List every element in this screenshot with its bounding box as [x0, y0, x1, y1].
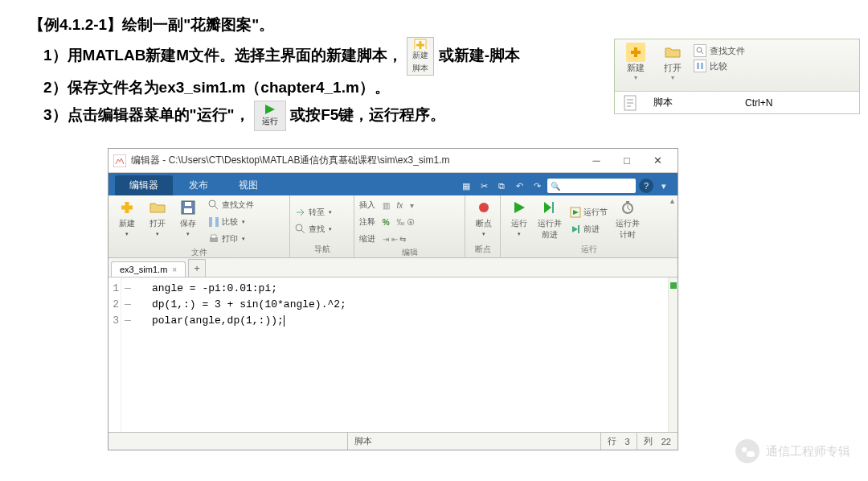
rb-print[interactable]: 打印▾	[208, 231, 254, 247]
step-3a-text: 3）点击编辑器菜单的"运行"，	[43, 106, 250, 123]
rb-runadv-label: 运行并 前进	[538, 218, 562, 240]
ribbon-collapse-icon[interactable]: ▲	[669, 197, 676, 205]
tt-undo-icon[interactable]: ↶	[512, 179, 526, 193]
new-tab-button[interactable]: +	[188, 259, 206, 277]
tab-editor[interactable]: 编辑器	[115, 175, 173, 195]
rb-advance[interactable]: 前进	[570, 221, 608, 237]
rb-insert-label: 插入	[359, 199, 375, 211]
rb-find-label: 查找	[309, 224, 325, 235]
ribbon: 新建▾ 打开▾ 保存▾ 查找文件 比较▾ 打印▾ 文件 转至▾ 查找▾ 导航 插…	[108, 195, 678, 258]
rb-run-time[interactable]: 运行并 计时	[614, 197, 641, 244]
code-l2: dp(1,:) = 3 + sin(10*angle).^2;	[152, 298, 346, 310]
inline-run-label: 运行	[262, 115, 278, 128]
code-text[interactable]: angle = -pi:0.01:pi; dp(1,:) = 3 + sin(1…	[136, 278, 346, 432]
rp-find-files[interactable]: 查找文件	[694, 44, 745, 57]
folder-icon	[665, 46, 681, 59]
folder-icon	[149, 201, 166, 214]
rp-script-label: 脚本	[653, 96, 673, 109]
rp-compare[interactable]: 比较	[694, 60, 745, 72]
inline-new-script-label: 新建 脚本	[412, 49, 428, 75]
rg-edit-label: 编辑	[359, 247, 460, 259]
watermark: 通信工程师专辑	[735, 439, 850, 463]
rp-open-label: 打开	[664, 62, 682, 74]
svg-point-14	[296, 224, 302, 231]
run-section-icon	[570, 207, 581, 218]
new-open-panel: 新建 ▾ 打开 ▾ 查找文件 比较 脚本 Ctrl+N	[614, 39, 860, 114]
app-icon	[113, 154, 126, 167]
rb-open[interactable]: 打开▾	[144, 197, 171, 247]
rb-find[interactable]: 查找▾	[295, 221, 349, 237]
main-tabstrip: 编辑器 发布 视图 ▦ ✂ ⧉ ↶ ↷ 🔍 ? ▾	[108, 173, 678, 195]
rb-comment-label: 注释	[359, 216, 375, 228]
line-gutter: 123	[108, 278, 121, 432]
text-cursor	[284, 315, 285, 327]
rb-run-section[interactable]: 运行节	[570, 204, 608, 220]
fx-icon: fx	[397, 201, 403, 210]
rb-insert[interactable]: 插入 ▥ fx ▾	[359, 197, 460, 213]
rb-breakpoints[interactable]: 断点▾	[470, 197, 497, 244]
plus-icon	[119, 199, 135, 216]
tt-redo-icon[interactable]: ↷	[530, 179, 544, 193]
rb-find-files[interactable]: 查找文件	[208, 197, 254, 213]
rb-compare-label: 比较	[222, 216, 238, 228]
tt-copy-icon[interactable]: ⧉	[494, 179, 509, 193]
maximize-button[interactable]: □	[612, 150, 642, 171]
svg-rect-10	[209, 217, 212, 227]
rb-indent[interactable]: 缩进 ⇥ ⇤ ⇆	[359, 231, 460, 247]
svg-rect-18	[578, 225, 579, 233]
status-line: 行 3	[600, 433, 637, 450]
svg-point-15	[479, 203, 489, 212]
rb-goto-label: 转至	[309, 207, 325, 218]
window-title: 编辑器 - C:\Users\CT\Desktop\MATLAB通信仿真基础课程…	[126, 154, 581, 167]
tt-doc-icon[interactable]: ▦	[459, 179, 473, 193]
rp-menu-script[interactable]: 脚本	[615, 92, 737, 113]
rb-run-advance[interactable]: 运行并 前进	[536, 197, 563, 244]
rg-file-label: 文件	[113, 247, 285, 259]
svg-rect-16	[552, 202, 554, 213]
file-tab-active[interactable]: ex3_sim1.m ×	[111, 261, 186, 277]
tab-publish[interactable]: 发布	[174, 175, 223, 195]
close-button[interactable]: ✕	[642, 150, 673, 171]
rp-find-label: 查找文件	[710, 45, 745, 57]
rp-dropdown-menu: 脚本 Ctrl+N	[615, 91, 859, 113]
rb-run[interactable]: 运行▾	[506, 197, 533, 244]
watermark-text: 通信工程师专辑	[766, 444, 850, 459]
tab-view[interactable]: 视图	[224, 175, 272, 195]
fold-gutter: ———	[121, 278, 136, 432]
run-advance-icon	[542, 200, 557, 215]
rp-menu-shortcut: Ctrl+N	[737, 92, 859, 113]
advance-icon	[570, 224, 581, 235]
rb-print-label: 打印	[222, 233, 238, 245]
message-bar[interactable]	[668, 278, 678, 432]
tt-help-icon[interactable]: ?	[639, 179, 653, 193]
pct-icon: %	[383, 218, 390, 227]
code-area[interactable]: 123 ——— angle = -pi:0.01:pi; dp(1,:) = 3…	[108, 278, 678, 432]
rb-save-label: 保存	[180, 218, 196, 229]
rb-new[interactable]: 新建▾	[113, 197, 141, 247]
rb-goto[interactable]: 转至▾	[295, 204, 349, 220]
rp-open-button[interactable]: 打开 ▾	[657, 43, 689, 81]
rp-new-button[interactable]: 新建 ▾	[620, 43, 652, 81]
svg-rect-20	[626, 201, 629, 203]
rb-save[interactable]: 保存▾	[174, 197, 202, 247]
tt-cut-icon[interactable]: ✂	[477, 179, 491, 193]
goto-icon	[295, 207, 306, 218]
step-1a-text: 1）用MATLAB新建M文件。选择主界面的新建脚本，	[43, 47, 403, 64]
run-time-icon	[620, 200, 635, 215]
rb-find-label: 查找文件	[222, 199, 254, 211]
rb-compare[interactable]: 比较▾	[208, 214, 254, 230]
status-col: 列 22	[637, 433, 678, 450]
inline-new-script-button: 新建 脚本	[407, 37, 434, 76]
ribbon-search[interactable]: 🔍	[547, 179, 636, 193]
tt-collapse-icon[interactable]: ▾	[657, 179, 671, 193]
rg-nav-label: 导航	[295, 244, 349, 256]
rb-run-label: 运行	[511, 218, 527, 229]
plus-icon	[629, 46, 642, 59]
close-tab-icon[interactable]: ×	[172, 265, 177, 274]
minimize-button[interactable]: ─	[581, 150, 612, 171]
rb-bp-label: 断点	[476, 218, 492, 229]
rb-comment[interactable]: 注释 % ‰ ⦿	[359, 214, 460, 230]
rp-compare-label: 比较	[710, 60, 727, 72]
save-icon	[181, 200, 195, 215]
file-tab-label: ex3_sim1.m	[120, 265, 167, 274]
